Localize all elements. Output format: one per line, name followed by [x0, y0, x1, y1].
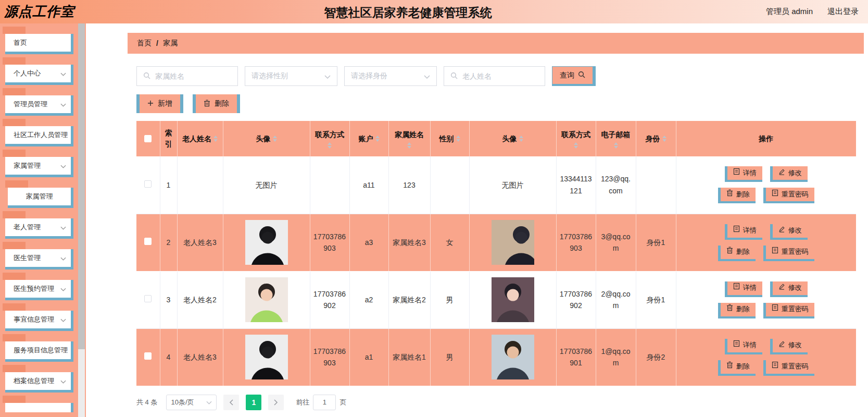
row-checkbox[interactable]	[144, 352, 152, 360]
sort-caret-icon[interactable]	[574, 142, 578, 149]
cell-checkbox	[136, 214, 160, 271]
sidebar-item-label: 管理员管理	[14, 100, 47, 109]
column-label: 账户	[359, 133, 373, 144]
avatar-photo-girl-green-sweater	[245, 277, 288, 322]
delete-button[interactable]: 删除	[718, 303, 756, 318]
detail-button[interactable]: 详情	[725, 339, 762, 354]
sidebar-item-0[interactable]: 首页	[5, 34, 73, 54]
sidebar-item-10[interactable]: 服务项目信息管理	[5, 341, 73, 362]
avatar-photo-girl-dark-hair	[492, 277, 534, 322]
document-icon	[733, 340, 740, 351]
sidebar-item-3[interactable]: 社区工作人员管理	[5, 126, 73, 146]
breadcrumb-home[interactable]: 首页	[137, 39, 152, 48]
sort-caret-icon[interactable]	[456, 136, 460, 142]
reset-password-button[interactable]: 重置密码	[763, 188, 814, 203]
delete-button[interactable]: 删除	[718, 360, 756, 376]
sort-caret-icon[interactable]	[614, 142, 618, 149]
sidebar-item-5[interactable]: 家属管理	[8, 188, 73, 208]
column-header-family_name[interactable]: 家属姓名	[388, 121, 430, 156]
sidebar-item-2[interactable]: 管理员管理	[5, 95, 73, 116]
sort-caret-icon[interactable]	[375, 136, 380, 142]
cell-account: a3	[349, 214, 388, 271]
sidebar-item-label: 社区工作人员管理	[14, 130, 68, 140]
detail-button[interactable]: 详情	[725, 224, 762, 240]
row-checkbox[interactable]	[144, 295, 152, 302]
reset-password-button[interactable]: 重置密码	[763, 360, 814, 376]
edit-button[interactable]: 修改	[770, 281, 808, 297]
cell-value: 1	[167, 181, 171, 189]
logout-link[interactable]: 退出登录	[827, 7, 859, 17]
sidebar-item-8[interactable]: 医生预约管理	[5, 280, 73, 300]
delete-button[interactable]: 删除	[193, 94, 240, 113]
sidebar-item-9[interactable]: 事宜信息管理	[5, 311, 73, 331]
sort-caret-icon[interactable]	[273, 136, 277, 142]
sidebar-scrollbar-thumb[interactable]	[78, 23, 85, 349]
cell-value: 1@qq.com	[601, 347, 630, 367]
cell-identity: 身份1	[636, 271, 676, 328]
sidebar-scrollbar[interactable]	[78, 23, 85, 417]
detail-button[interactable]: 详情	[725, 166, 762, 182]
sort-caret-icon[interactable]	[328, 142, 332, 149]
sort-caret-icon[interactable]	[213, 136, 218, 142]
column-label: 联系方式	[315, 129, 344, 140]
column-header-elder_name[interactable]: 老人姓名	[177, 121, 223, 156]
reset-password-button[interactable]: 重置密码	[763, 303, 814, 318]
reset-password-button[interactable]: 重置密码	[763, 246, 814, 261]
prev-page-button[interactable]	[223, 395, 239, 410]
cell-value: 老人姓名2	[183, 296, 217, 304]
column-header-elder_avatar[interactable]: 头像	[223, 121, 310, 156]
main-content: 首页 / 家属 请选择性别 请选择身份	[86, 23, 868, 417]
sort-caret-icon[interactable]	[407, 142, 411, 149]
select-all-checkbox[interactable]	[144, 135, 152, 142]
cell-checkbox	[136, 328, 160, 386]
admin-user-link[interactable]: 管理员 admin	[766, 7, 813, 17]
page-number-button[interactable]: 1	[246, 395, 261, 410]
column-header-identity[interactable]: 身份	[636, 121, 676, 156]
detail-button-label: 详情	[743, 225, 757, 236]
column-header-contact1[interactable]: 联系方式	[310, 121, 349, 156]
gender-select[interactable]: 请选择性别	[245, 66, 337, 86]
sidebar-item-4[interactable]: 家属管理	[5, 157, 73, 177]
delete-button[interactable]: 删除	[718, 246, 756, 261]
delete-button[interactable]: 删除	[718, 188, 756, 203]
column-header-email[interactable]: 电子邮箱	[596, 121, 636, 156]
cell-value: 男	[446, 296, 454, 304]
sidebar-item-label: 医生预约管理	[14, 284, 54, 293]
search-button[interactable]: 查询	[552, 66, 596, 86]
edit-button-label: 修改	[788, 283, 802, 293]
goto-page: 前往 页	[296, 395, 346, 410]
column-header-gender[interactable]: 性别	[430, 121, 469, 156]
cell-elder_avatar	[223, 328, 310, 386]
edit-button[interactable]: 修改	[770, 166, 808, 182]
row-checkbox[interactable]	[144, 238, 152, 245]
column-header-account[interactable]: 账户	[349, 121, 388, 156]
page-size-select[interactable]: 10条/页	[166, 395, 217, 410]
cell-elder_avatar: 无图片	[223, 156, 310, 214]
column-header-family_avatar[interactable]: 头像	[469, 121, 556, 156]
next-page-button[interactable]	[268, 395, 284, 410]
sidebar: 首页个人中心管理员管理社区工作人员管理家属管理家属管理老人管理医生管理医生预约管…	[0, 23, 86, 417]
family-name-input[interactable]	[154, 71, 231, 81]
edit-button[interactable]: 修改	[770, 224, 808, 240]
sidebar-item-6[interactable]: 老人管理	[5, 218, 73, 239]
goto-page-input[interactable]	[313, 395, 336, 410]
row-checkbox[interactable]	[144, 180, 152, 188]
cell-elder_name	[177, 156, 223, 214]
sort-caret-icon[interactable]	[519, 136, 523, 142]
sidebar-item-7[interactable]: 医生管理	[5, 249, 73, 269]
cell-index: 4	[160, 328, 177, 386]
sidebar-item-11[interactable]: 档案信息管理	[5, 372, 73, 393]
sort-caret-icon[interactable]	[662, 136, 666, 142]
detail-button[interactable]: 详情	[725, 281, 762, 297]
breadcrumb: 首页 / 家属	[128, 33, 864, 54]
elder-name-input[interactable]	[461, 71, 538, 81]
sidebar-item-1[interactable]: 个人中心	[5, 65, 73, 85]
avatar-photo-young-man-outdoor	[492, 335, 534, 379]
column-header-contact2[interactable]: 联系方式	[556, 121, 596, 156]
identity-select[interactable]: 请选择身份	[344, 66, 437, 86]
add-button[interactable]: 新增	[136, 94, 183, 113]
breadcrumb-separator: /	[156, 39, 158, 47]
delete-button-label: 删除	[736, 361, 750, 372]
sidebar-item-partial[interactable]	[5, 403, 73, 412]
edit-button[interactable]: 修改	[770, 339, 808, 354]
